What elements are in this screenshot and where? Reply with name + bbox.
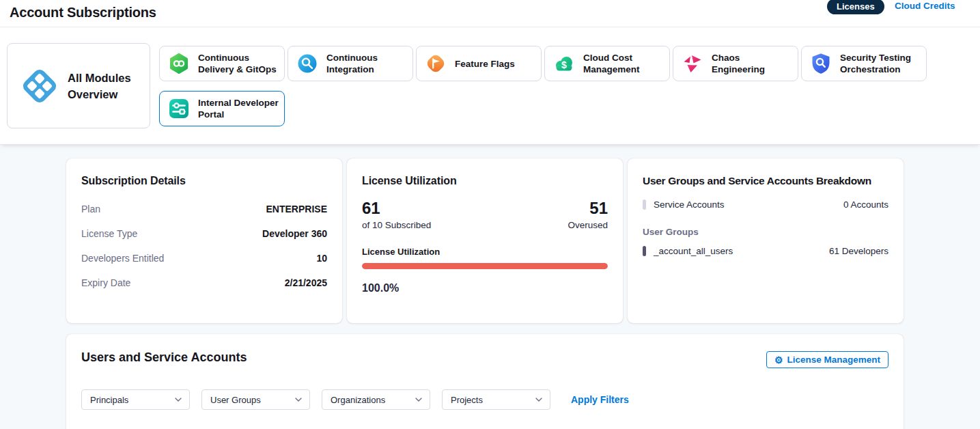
dropdown-placeholder: Principals	[90, 395, 128, 405]
license-utilization-bar	[362, 263, 608, 269]
gear-icon: ⚙	[774, 355, 783, 365]
module-selector-bar: All Modules Overview Continuous Delivery…	[0, 27, 980, 145]
breakdown-title: User Groups and Service Accounts Breakdo…	[643, 175, 888, 187]
module-label: Feature Flags	[455, 58, 515, 70]
organizations-dropdown[interactable]: Organizations	[322, 389, 430, 410]
detail-label: Plan	[81, 204, 100, 214]
principals-dropdown[interactable]: Principals	[81, 389, 190, 410]
overused-count: 51	[568, 199, 608, 217]
service-accounts-value: 0 Accounts	[843, 199, 888, 210]
projects-dropdown[interactable]: Projects	[442, 389, 550, 410]
dropdown-placeholder: Organizations	[331, 395, 385, 405]
user-group-row: _account_all_users 61 Developers	[643, 246, 888, 256]
detail-row-expiry-date: Expiry Date 2/21/2025	[81, 271, 327, 295]
page-title: Account Subscriptions	[10, 5, 156, 20]
module-label: Chaos Engineering	[712, 52, 792, 75]
chevron-down-icon	[415, 398, 422, 402]
chevron-down-icon	[295, 398, 302, 402]
used-count: 61	[362, 199, 431, 217]
chevron-down-icon	[535, 398, 542, 402]
service-accounts-marker	[643, 199, 646, 210]
tab-cloud-credits[interactable]: Cloud Credits	[895, 1, 955, 11]
module-card-idp[interactable]: Internal Developer Portal	[159, 91, 285, 126]
license-utilization-title: License Utilization	[362, 175, 608, 187]
detail-label: Expiry Date	[81, 277, 130, 288]
all-modules-icon	[21, 68, 58, 105]
user-group-label: _account_all_users	[654, 246, 733, 256]
breakdown-card: User Groups and Service Accounts Breakdo…	[628, 158, 904, 323]
dropdown-placeholder: Projects	[451, 395, 483, 405]
detail-row-plan: Plan ENTERPRISE	[81, 197, 327, 221]
service-accounts-label: Service Accounts	[654, 199, 725, 210]
license-management-label: License Management	[787, 355, 880, 365]
sto-icon	[810, 53, 832, 74]
detail-value: ENTERPRISE	[266, 204, 327, 214]
user-group-value: 61 Developers	[829, 246, 888, 256]
overused-count-block: 51 Overused	[568, 199, 608, 230]
used-caption: of 10 Subscribed	[362, 220, 431, 230]
all-modules-overview-label: All Modules Overview	[68, 70, 140, 102]
users-service-accounts-card: Users and Service Accounts ⚙ License Man…	[66, 334, 904, 429]
module-label: Cloud Cost Management	[583, 52, 664, 75]
module-card-sto[interactable]: Security Testing Orchestration	[801, 46, 927, 81]
feature-flags-icon	[425, 53, 447, 74]
module-label: Security Testing Orchestration	[840, 52, 921, 75]
detail-label: Developers Entitled	[81, 253, 164, 264]
detail-row-developers-entitled: Developers Entitled 10	[81, 246, 327, 271]
cd-gitops-icon	[168, 53, 190, 74]
module-label: Continuous Delivery & GitOps	[198, 52, 279, 75]
service-accounts-row: Service Accounts 0 Accounts	[643, 199, 888, 210]
detail-row-license-type: License Type Developer 360	[81, 221, 327, 246]
module-card-ci[interactable]: Continuous Integration	[288, 46, 413, 81]
license-management-button[interactable]: ⚙ License Management	[766, 351, 888, 368]
page-header: Account Subscriptions Licenses Cloud Cre…	[0, 0, 980, 27]
user-group-marker	[643, 246, 646, 256]
detail-label: License Type	[81, 228, 137, 239]
idp-icon	[168, 98, 190, 120]
apply-filters-link[interactable]: Apply Filters	[571, 394, 629, 405]
detail-value: 10	[316, 253, 327, 264]
detail-value: Developer 360	[262, 228, 327, 239]
module-label: Internal Developer Portal	[198, 97, 279, 120]
ccm-icon: $	[553, 53, 575, 74]
utilization-percent: 100.0%	[362, 282, 608, 294]
module-card-feature-flags[interactable]: Feature Flags	[416, 46, 542, 81]
module-card-ccm[interactable]: $ Cloud Cost Management	[544, 46, 670, 81]
module-card-cd-gitops[interactable]: Continuous Delivery & GitOps	[159, 46, 285, 81]
dropdown-placeholder: User Groups	[210, 395, 261, 405]
all-modules-overview-card[interactable]: All Modules Overview	[7, 43, 150, 128]
module-card-chaos[interactable]: Chaos Engineering	[673, 46, 798, 81]
ci-icon	[296, 53, 318, 74]
tab-licenses[interactable]: Licenses	[827, 0, 884, 14]
content-area: Subscription Details Plan ENTERPRISE Lic…	[0, 145, 980, 429]
svg-text:$: $	[561, 59, 567, 70]
user-groups-dropdown[interactable]: User Groups	[201, 389, 310, 410]
detail-value: 2/21/2025	[285, 277, 327, 288]
subscription-details-title: Subscription Details	[81, 175, 327, 187]
utilization-bar-label: License Utilization	[362, 247, 608, 257]
license-utilization-card: License Utilization 61 of 10 Subscribed …	[347, 158, 623, 323]
module-label: Continuous Integration	[326, 52, 407, 75]
chevron-down-icon	[175, 398, 182, 402]
subscription-details-card: Subscription Details Plan ENTERPRISE Lic…	[66, 158, 342, 323]
license-utilization-bar-fill	[362, 263, 608, 269]
user-groups-heading: User Groups	[643, 227, 888, 237]
filters-row: Principals User Groups Organizations Pro…	[81, 389, 888, 410]
chaos-icon	[682, 53, 703, 74]
used-count-block: 61 of 10 Subscribed	[362, 199, 431, 230]
overused-caption: Overused	[568, 220, 608, 230]
